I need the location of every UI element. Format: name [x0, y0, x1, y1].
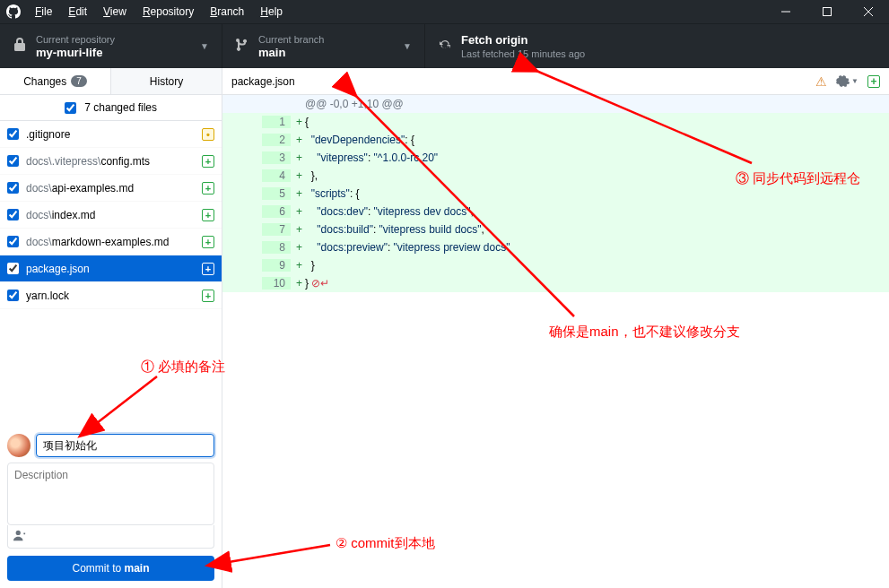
menubar: File Edit View Repository Branch Help	[0, 0, 889, 23]
chevron-down-icon: ▼	[200, 41, 209, 51]
diff-line[interactable]: 4+ },	[222, 167, 889, 185]
file-status-icon: +	[202, 236, 214, 248]
file-status-icon: +	[202, 290, 214, 302]
fetch-sub: Last fetched 15 minutes ago	[461, 48, 876, 60]
diff-filename: package.json	[231, 75, 815, 88]
file-status-icon: +	[202, 263, 214, 275]
tab-history-label: History	[150, 75, 183, 88]
current-branch-dropdown[interactable]: Current branch main ▼	[222, 24, 425, 68]
sync-icon	[438, 38, 452, 56]
repo-value: my-muri-life	[36, 46, 200, 60]
tab-changes-label: Changes	[23, 75, 66, 88]
diff-line[interactable]: 3+ "vitepress": "^1.0.0-rc.20"	[222, 149, 889, 167]
file-checkbox[interactable]	[7, 182, 19, 194]
svg-point-4	[16, 531, 21, 535]
window-close-button[interactable]	[848, 0, 889, 23]
commit-description-input[interactable]	[7, 463, 214, 525]
file-row[interactable]: .gitignore •	[0, 121, 222, 148]
menu-file[interactable]: File	[27, 5, 60, 18]
sidebar: Changes 7 History 7 changed files .gitig…	[0, 68, 222, 588]
diff-line[interactable]: 8+ "docs:preview": "vitepress preview do…	[222, 238, 889, 256]
file-name: docs\markdown-examples.md	[26, 236, 202, 248]
file-checkbox[interactable]	[7, 128, 19, 140]
select-all-checkbox[interactable]	[65, 102, 76, 114]
file-name: yarn.lock	[26, 290, 202, 302]
diff-line[interactable]: 6+ "docs:dev": "vitepress dev docs",	[222, 203, 889, 220]
file-status-icon: +	[202, 155, 214, 168]
menu-help[interactable]: Help	[252, 5, 291, 18]
file-list: .gitignore • docs\.vitepress\config.mts …	[0, 121, 222, 309]
branch-value: main	[258, 46, 403, 60]
diff-line[interactable]: 5+ "scripts": {	[222, 185, 889, 203]
file-name: docs\.vitepress\config.mts	[26, 155, 202, 168]
diff-line[interactable]: 2+ "devDependencies": {	[222, 131, 889, 149]
settings-icon[interactable]: ▼	[836, 74, 858, 88]
svg-rect-1	[824, 8, 832, 16]
commit-button[interactable]: Commit to main	[7, 556, 214, 581]
file-row[interactable]: yarn.lock +	[0, 282, 222, 309]
file-status-icon: +	[202, 182, 214, 195]
file-checkbox[interactable]	[7, 263, 19, 274]
git-branch-icon	[235, 38, 249, 56]
current-repository-dropdown[interactable]: Current repository my-muri-life ▼	[0, 24, 222, 68]
file-name: package.json	[26, 263, 202, 275]
file-checkbox[interactable]	[7, 155, 19, 167]
file-status-icon: +	[202, 209, 214, 221]
file-row[interactable]: docs\.vitepress\config.mts +	[0, 148, 222, 175]
file-status-icon: •	[202, 128, 214, 141]
file-row[interactable]: package.json +	[0, 255, 222, 282]
expand-diff-button[interactable]: +	[867, 75, 880, 88]
window-minimize-button[interactable]	[765, 0, 806, 23]
menu-repository[interactable]: Repository	[135, 5, 202, 18]
chevron-down-icon: ▼	[403, 41, 412, 51]
file-name: .gitignore	[26, 128, 202, 141]
fetch-label: Fetch origin	[461, 33, 876, 48]
file-checkbox[interactable]	[7, 236, 19, 247]
warning-icon[interactable]: ⚠	[815, 74, 827, 89]
avatar	[7, 434, 31, 457]
lock-icon	[13, 38, 27, 56]
diff-line[interactable]: 1+{	[222, 113, 889, 131]
menu-branch[interactable]: Branch	[202, 5, 252, 18]
diff-line[interactable]: 7+ "docs:build": "vitepress build docs",	[222, 220, 889, 238]
changes-count-badge: 7	[71, 75, 87, 87]
menu-edit[interactable]: Edit	[60, 5, 95, 18]
file-checkbox[interactable]	[7, 290, 19, 301]
diff-view: package.json ⚠ ▼ + @@ -0,0 +1,10 @@1+{2+…	[222, 68, 889, 588]
branch-label: Current branch	[258, 33, 403, 46]
person-add-icon	[13, 529, 26, 544]
file-row[interactable]: docs\index.md +	[0, 202, 222, 229]
github-logo-icon	[0, 4, 27, 19]
toolbar: Current repository my-muri-life ▼ Curren…	[0, 23, 889, 68]
repo-label: Current repository	[36, 33, 200, 46]
file-name: docs\api-examples.md	[26, 182, 202, 195]
changes-header[interactable]: 7 changed files	[0, 95, 222, 121]
diff-line[interactable]: 9+ }	[222, 256, 889, 274]
file-name: docs\index.md	[26, 209, 202, 221]
fetch-origin-button[interactable]: Fetch origin Last fetched 15 minutes ago	[425, 24, 889, 68]
tab-changes[interactable]: Changes 7	[0, 68, 110, 94]
menu-view[interactable]: View	[95, 5, 135, 18]
window-maximize-button[interactable]	[806, 0, 848, 23]
commit-summary-input[interactable]	[36, 434, 214, 457]
diff-line[interactable]: 10+} ⊘↵	[222, 274, 889, 292]
file-checkbox[interactable]	[7, 209, 19, 220]
tab-history[interactable]: History	[110, 68, 222, 94]
file-row[interactable]: docs\markdown-examples.md +	[0, 229, 222, 255]
file-row[interactable]: docs\api-examples.md +	[0, 175, 222, 202]
add-coauthors-button[interactable]	[7, 525, 214, 549]
commit-form: Commit to main	[0, 427, 222, 588]
